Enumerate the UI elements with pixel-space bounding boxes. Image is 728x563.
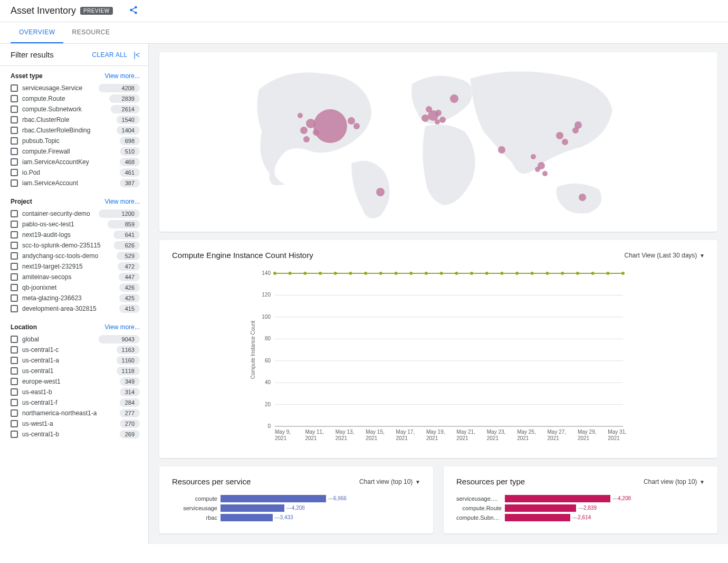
facet-row[interactable]: container-security-demo 1200 — [11, 209, 140, 218]
resources-per-service-dropdown[interactable]: Chart view (top 10) ▼ — [359, 478, 420, 485]
facet-row[interactable]: us-central1-b 269 — [11, 430, 140, 438]
checkbox[interactable] — [11, 294, 18, 302]
view-more-link[interactable]: View more... — [105, 198, 140, 205]
map-bubble[interactable] — [306, 119, 315, 128]
checkbox[interactable] — [11, 273, 18, 281]
map-bubble[interactable] — [298, 113, 303, 118]
facet-row[interactable]: next19-target-232915 472 — [11, 262, 140, 271]
facet-row[interactable]: rbac.ClusterRole 1540 — [11, 116, 140, 124]
facet-label: iam.ServiceAccountKey — [22, 158, 120, 166]
facet-row[interactable]: us-west1-a 270 — [11, 419, 140, 428]
checkbox[interactable] — [11, 399, 18, 406]
collapse-sidebar-icon[interactable]: |< — [133, 51, 140, 59]
checkbox[interactable] — [11, 420, 18, 427]
facet-row[interactable]: us-east1-b 314 — [11, 388, 140, 396]
instance-history-dropdown[interactable]: Chart View (Last 30 days) ▼ — [624, 252, 705, 259]
map-bubble[interactable] — [422, 114, 429, 122]
checkbox[interactable] — [11, 210, 18, 217]
facet-row[interactable]: next19-audit-logs 641 — [11, 231, 140, 239]
view-more-link[interactable]: View more... — [105, 72, 140, 80]
facet-row[interactable]: us-central1-c 1163 — [11, 346, 140, 354]
facet-row[interactable]: pubsub.Topic 698 — [11, 137, 140, 145]
checkbox[interactable] — [11, 284, 18, 291]
checkbox[interactable] — [11, 221, 18, 228]
map-bubble[interactable] — [313, 129, 319, 136]
map-bubble[interactable] — [313, 109, 347, 143]
checkbox[interactable] — [11, 252, 18, 260]
map-bubble[interactable] — [562, 139, 568, 145]
map-bubble[interactable] — [450, 94, 458, 103]
map-bubble[interactable] — [535, 167, 540, 172]
map-bubble[interactable] — [556, 132, 563, 139]
map-bubble[interactable] — [542, 171, 548, 176]
facet-row[interactable]: northamerica-northeast1-a 277 — [11, 409, 140, 417]
facet-row[interactable]: scc-to-splunk-demo-235115 626 — [11, 241, 140, 250]
facet-row[interactable]: io.Pod 461 — [11, 168, 140, 177]
map-bubble[interactable] — [435, 110, 442, 116]
facet-row[interactable]: rbac.ClusterRoleBinding 1404 — [11, 126, 140, 135]
facet-row[interactable]: amiteinav-secops 447 — [11, 273, 140, 281]
facet-label: container-security-demo — [22, 210, 99, 217]
checkbox[interactable] — [11, 137, 18, 145]
facet-row[interactable]: development-area-302815 415 — [11, 304, 140, 313]
checkbox[interactable] — [11, 158, 18, 166]
map-bubble[interactable] — [303, 136, 310, 142]
checkbox[interactable] — [11, 357, 18, 364]
svg-point-17 — [289, 272, 292, 275]
checkbox[interactable] — [11, 263, 18, 270]
facet-location: Location View more... global 9043 us-cen… — [0, 317, 148, 443]
map-bubble[interactable] — [439, 117, 446, 123]
facet-row[interactable]: compute.Route 2839 — [11, 94, 140, 103]
facet-row[interactable]: meta-glazing-236623 425 — [11, 294, 140, 302]
view-more-link[interactable]: View more... — [105, 323, 140, 331]
checkbox[interactable] — [11, 431, 18, 438]
map-bubble[interactable] — [353, 123, 360, 129]
clear-all-button[interactable]: CLEAR ALL — [92, 51, 127, 59]
checkbox[interactable] — [11, 346, 18, 354]
checkbox[interactable] — [11, 106, 18, 113]
map-bubble[interactable] — [435, 119, 440, 125]
map-bubble[interactable] — [426, 106, 432, 112]
tab-overview[interactable]: OVERVIEW — [11, 22, 63, 43]
checkbox[interactable] — [11, 116, 18, 123]
facet-row[interactable]: pablo-os-sec-test1 859 — [11, 220, 140, 228]
map-bubble[interactable] — [498, 146, 505, 154]
checkbox[interactable] — [11, 378, 18, 385]
facet-row[interactable]: compute.Firewall 510 — [11, 147, 140, 156]
facet-row[interactable]: us-central1 1118 — [11, 367, 140, 375]
facet-row[interactable]: andychang-scc-tools-demo 529 — [11, 252, 140, 260]
checkbox[interactable] — [11, 242, 18, 249]
checkbox[interactable] — [11, 84, 18, 92]
map-bubble[interactable] — [376, 188, 385, 196]
checkbox[interactable] — [11, 179, 18, 187]
checkbox[interactable] — [11, 127, 18, 134]
facet-row[interactable]: iam.ServiceAccountKey 468 — [11, 158, 140, 166]
share-icon[interactable] — [129, 5, 138, 16]
facet-row[interactable]: europe-west1 349 — [11, 377, 140, 386]
facet-row[interactable]: global 9043 — [11, 335, 140, 343]
facet-label: rbac.ClusterRole — [22, 116, 117, 123]
checkbox[interactable] — [11, 409, 18, 417]
tab-resource[interactable]: RESOURCE — [63, 22, 118, 43]
checkbox[interactable] — [11, 367, 18, 375]
facet-row[interactable]: us-central1-a 1160 — [11, 356, 140, 365]
facet-row[interactable]: iam.ServiceAccount 387 — [11, 179, 140, 187]
checkbox[interactable] — [11, 305, 18, 312]
map-bubble[interactable] — [574, 121, 582, 129]
checkbox[interactable] — [11, 388, 18, 396]
facet-row[interactable]: qb-joonixnet 426 — [11, 283, 140, 292]
checkbox[interactable] — [11, 231, 18, 238]
facet-row[interactable]: serviceusage.Service 4208 — [11, 84, 140, 92]
checkbox[interactable] — [11, 169, 18, 176]
map-bubble[interactable] — [531, 154, 536, 159]
resources-per-type-dropdown[interactable]: Chart view (top 10) ▼ — [644, 478, 705, 485]
checkbox[interactable] — [11, 336, 18, 343]
map-bubble[interactable] — [348, 117, 355, 125]
checkbox[interactable] — [11, 148, 18, 155]
checkbox[interactable] — [11, 95, 18, 102]
map-bubble[interactable] — [579, 194, 586, 201]
facet-row[interactable]: compute.Subnetwork 2614 — [11, 105, 140, 113]
map-bubble[interactable] — [300, 127, 308, 134]
facet-row[interactable]: us-central1-f 284 — [11, 398, 140, 407]
bar-value: —6,966 — [328, 494, 347, 503]
